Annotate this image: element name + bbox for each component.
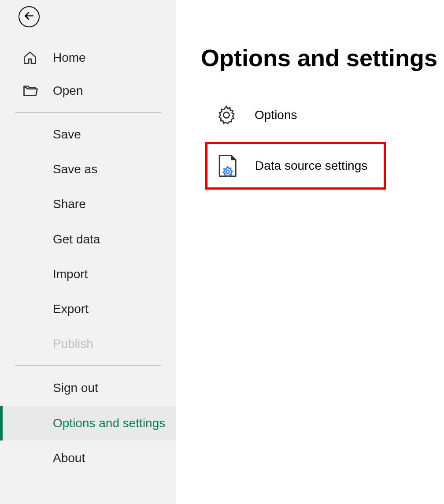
option-options[interactable]: Options xyxy=(205,93,444,137)
sidebar-item-label: Get data xyxy=(53,231,100,248)
sidebar-item-label: Import xyxy=(53,265,88,283)
sidebar-item-label: Save xyxy=(53,126,81,143)
sidebar-item-label: Sign out xyxy=(53,379,98,396)
sidebar-item-publish: Publish xyxy=(0,326,176,361)
sidebar-item-label: Options and settings xyxy=(53,414,165,432)
main-panel: Options and settings Options D xyxy=(176,0,444,504)
sidebar-item-sign-out[interactable]: Sign out xyxy=(0,370,176,405)
sidebar-item-share[interactable]: Share xyxy=(0,187,176,221)
option-label: Data source settings xyxy=(255,159,367,173)
divider xyxy=(15,366,161,366)
divider xyxy=(15,112,161,112)
sidebar-item-import[interactable]: Import xyxy=(0,257,176,291)
folder-icon xyxy=(21,83,39,99)
sidebar-item-label: Export xyxy=(53,300,89,317)
arrow-left-icon xyxy=(23,10,35,23)
sidebar-item-options-and-settings[interactable]: Options and settings xyxy=(0,406,176,441)
data-source-settings-icon xyxy=(215,154,239,178)
option-label: Options xyxy=(255,108,297,122)
sidebar-item-label: About xyxy=(53,449,85,467)
sidebar-item-label: Share xyxy=(53,195,86,213)
back-button[interactable] xyxy=(18,6,40,27)
sidebar-item-open[interactable]: Open xyxy=(0,74,176,108)
sidebar-item-about[interactable]: About xyxy=(0,441,176,475)
sidebar-item-label: Open xyxy=(53,84,83,98)
sidebar-item-home[interactable]: Home xyxy=(0,41,176,74)
sidebar-item-get-data[interactable]: Get data xyxy=(0,222,176,257)
sidebar-item-save[interactable]: Save xyxy=(0,117,176,152)
sidebar-item-save-as[interactable]: Save as xyxy=(0,152,176,187)
sidebar-bottom-group: Sign out Options and settings About xyxy=(0,370,176,475)
sidebar-file-group: Save Save as Share Get data Import Expor… xyxy=(0,117,176,361)
page-title: Options and settings xyxy=(201,44,444,71)
option-data-source-settings[interactable]: Data source settings xyxy=(207,144,384,187)
highlight-annotation: Data source settings xyxy=(205,142,386,190)
sidebar-item-label: Home xyxy=(53,51,86,65)
home-icon xyxy=(21,50,39,65)
svg-point-1 xyxy=(223,112,229,118)
gear-icon xyxy=(214,104,239,126)
sidebar-item-export[interactable]: Export xyxy=(0,291,176,326)
sidebar: Home Open Save Save as Share Get data I xyxy=(0,0,176,504)
sidebar-item-label: Save as xyxy=(53,161,97,178)
svg-point-2 xyxy=(226,170,229,173)
sidebar-item-label: Publish xyxy=(53,335,93,352)
sidebar-primary-group: Home Open xyxy=(0,41,176,108)
